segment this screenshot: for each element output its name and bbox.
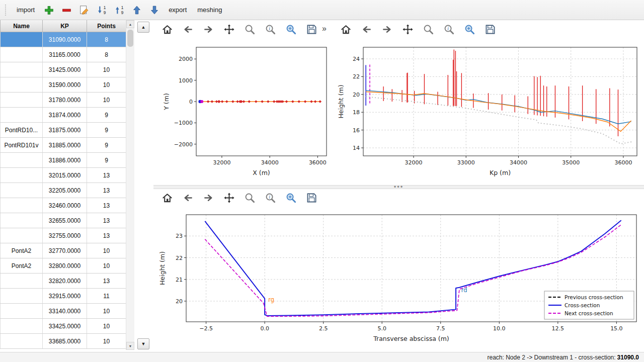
cell-kp[interactable]: 31090.0000 xyxy=(43,32,87,47)
scrollbar-up-icon[interactable]: ▲ xyxy=(126,20,134,28)
subplots-icon[interactable]: i xyxy=(264,23,277,36)
save-icon[interactable] xyxy=(305,23,318,36)
cell-kp[interactable]: 33685.0000 xyxy=(43,334,87,349)
move-up-button[interactable]: ▲ xyxy=(137,22,149,33)
cell-points[interactable]: 13 xyxy=(87,183,126,198)
forward-icon[interactable] xyxy=(380,23,393,36)
pan-icon[interactable] xyxy=(401,23,414,36)
toolbar-button-export[interactable]: export xyxy=(166,4,190,16)
table-row[interactable]: 31090.00008 xyxy=(1,32,126,47)
customize-icon[interactable] xyxy=(284,23,297,36)
cell-points[interactable]: 10 xyxy=(87,62,126,77)
cell-name[interactable] xyxy=(1,228,43,243)
cell-name[interactable] xyxy=(1,32,43,47)
cell-points[interactable]: 13 xyxy=(87,198,126,213)
cell-kp[interactable]: 32655.0000 xyxy=(43,213,87,228)
save-icon[interactable] xyxy=(484,23,497,36)
pan-icon[interactable] xyxy=(222,23,235,36)
cell-kp[interactable]: 32820.0000 xyxy=(43,274,87,289)
zoom-icon[interactable] xyxy=(243,191,256,204)
cell-points[interactable]: 10 xyxy=(87,334,126,349)
profile-chart[interactable]: 3200033000340003500036000141618202224Kp … xyxy=(332,38,644,185)
table-row[interactable]: 32915.000011 xyxy=(1,289,126,304)
cell-kp[interactable]: 31874.0000 xyxy=(43,108,87,123)
cell-name[interactable]: PontRD101v xyxy=(1,138,43,153)
toolbar-overflow-chevron[interactable]: » xyxy=(322,24,327,33)
cell-name[interactable] xyxy=(1,334,43,349)
subplots-icon[interactable]: i xyxy=(442,23,455,36)
cell-points[interactable]: 10 xyxy=(87,319,126,334)
pan-icon[interactable] xyxy=(222,191,235,204)
save-icon[interactable] xyxy=(305,191,318,204)
cell-kp[interactable]: 32015.0000 xyxy=(43,168,87,183)
cell-name[interactable]: PontA2 xyxy=(1,243,43,258)
table-row[interactable]: 33685.000010 xyxy=(1,334,126,349)
table-row[interactable]: 31425.000010 xyxy=(1,62,126,77)
cell-points[interactable]: 8 xyxy=(87,47,126,62)
table-row[interactable]: 33140.000010 xyxy=(1,304,126,319)
cell-points[interactable]: 8 xyxy=(87,32,126,47)
cell-points[interactable]: 9 xyxy=(87,138,126,153)
cell-kp[interactable]: 32205.0000 xyxy=(43,183,87,198)
table-row[interactable]: PontA232770.000010 xyxy=(1,243,126,258)
scrollbar-down-icon[interactable]: ▼ xyxy=(126,342,134,350)
move-down-icon[interactable] xyxy=(148,4,161,17)
cell-points[interactable]: 13 xyxy=(87,228,126,243)
horizontal-splitter[interactable]: ••• xyxy=(153,185,644,189)
subplots-icon[interactable]: i xyxy=(264,191,277,204)
toolbar-button-import[interactable]: import xyxy=(14,4,38,16)
cell-kp[interactable]: 31886.0000 xyxy=(43,153,87,168)
back-icon[interactable] xyxy=(181,23,194,36)
remove-icon[interactable] xyxy=(60,4,73,17)
cell-points[interactable]: 13 xyxy=(87,274,126,289)
cell-name[interactable] xyxy=(1,62,43,77)
cell-kp[interactable]: 31165.0000 xyxy=(43,47,87,62)
cell-name[interactable] xyxy=(1,93,43,108)
forward-icon[interactable] xyxy=(202,191,215,204)
table-row[interactable]: 32820.000013 xyxy=(1,274,126,289)
table-row[interactable]: 32755.000013 xyxy=(1,228,126,243)
cell-kp[interactable]: 31590.0000 xyxy=(43,77,87,93)
table-row[interactable]: 31780.000010 xyxy=(1,93,126,108)
scrollbar-thumb[interactable] xyxy=(127,30,133,47)
cell-name[interactable] xyxy=(1,319,43,334)
zoom-icon[interactable] xyxy=(243,23,256,36)
move-down-button[interactable]: ▼ xyxy=(137,338,149,349)
cell-name[interactable] xyxy=(1,47,43,62)
cell-name[interactable] xyxy=(1,153,43,168)
cell-kp[interactable]: 32915.0000 xyxy=(43,289,87,304)
toolbar-handle[interactable] xyxy=(5,5,8,16)
header-kp[interactable]: KP xyxy=(43,20,87,32)
cell-name[interactable]: PontRD10... xyxy=(1,123,43,138)
table-row[interactable]: 32655.000013 xyxy=(1,213,126,228)
sort-desc-icon[interactable]: 19 xyxy=(95,4,108,17)
cell-kp[interactable]: 31780.0000 xyxy=(43,93,87,108)
cell-name[interactable] xyxy=(1,168,43,183)
customize-icon[interactable] xyxy=(463,23,476,36)
move-up-icon[interactable] xyxy=(130,4,143,17)
cell-points[interactable]: 10 xyxy=(87,258,126,274)
zoom-icon[interactable] xyxy=(422,23,435,36)
back-icon[interactable] xyxy=(181,191,194,204)
header-name[interactable]: Name xyxy=(1,20,43,32)
cell-kp[interactable]: 33425.0000 xyxy=(43,319,87,334)
table-row[interactable]: 32460.000013 xyxy=(1,198,126,213)
cell-name[interactable] xyxy=(1,274,43,289)
cell-points[interactable]: 13 xyxy=(87,213,126,228)
cell-points[interactable]: 10 xyxy=(87,93,126,108)
home-icon[interactable] xyxy=(160,23,174,36)
table-row[interactable]: 31590.000010 xyxy=(1,77,126,93)
table-row[interactable]: 31874.00009 xyxy=(1,108,126,123)
cell-kp[interactable]: 31875.0000 xyxy=(43,123,87,138)
sort-asc-icon[interactable]: 19 xyxy=(113,4,126,17)
cell-points[interactable]: 9 xyxy=(87,123,126,138)
cell-points[interactable]: 9 xyxy=(87,108,126,123)
add-icon[interactable] xyxy=(42,4,55,17)
home-icon[interactable] xyxy=(160,191,174,204)
cell-kp[interactable]: 31885.0000 xyxy=(43,138,87,153)
cell-kp[interactable]: 33140.0000 xyxy=(43,304,87,319)
table-scrollbar[interactable]: ▲ ▼ xyxy=(126,20,134,350)
cell-points[interactable]: 11 xyxy=(87,289,126,304)
cell-kp[interactable]: 31425.0000 xyxy=(43,62,87,77)
edit-icon[interactable] xyxy=(77,4,91,17)
